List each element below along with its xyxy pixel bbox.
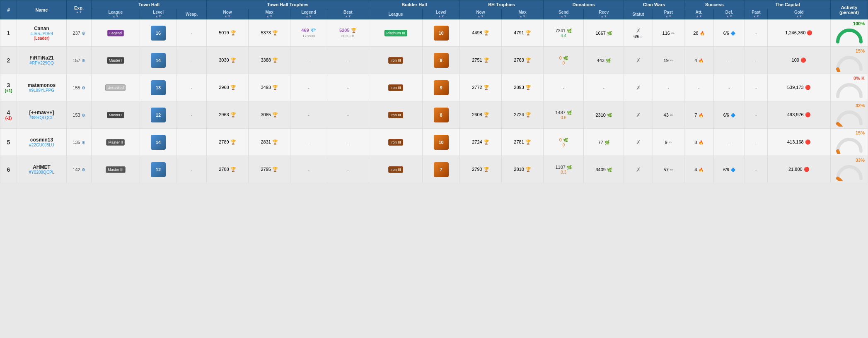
player-tag[interactable]: #RPV229QQ	[18, 61, 65, 65]
bht-max-sort[interactable]: ▲▼	[503, 14, 542, 18]
cw-past-cell: 116 ✏	[653, 19, 684, 47]
bht-max-cell: 2724 🏆	[502, 101, 544, 129]
sub-cw-past[interactable]: Past ▲▼	[653, 9, 684, 19]
cw-status-icon: ✗	[636, 57, 641, 64]
exp-sort[interactable]: ▲▼	[68, 10, 90, 14]
cap-gold-sort[interactable]: ▲▼	[769, 14, 829, 18]
suc-def-sort[interactable]: ▲▼	[715, 14, 744, 18]
don-recv-cell: 2310 🌿	[584, 101, 624, 129]
tr-best-sort[interactable]: ▲▼	[328, 14, 368, 18]
suc-att-cell: 7 🔥	[684, 101, 714, 129]
cw-past-cell: -	[653, 74, 684, 101]
th-level-cell: 16	[140, 19, 177, 47]
sub-bht-max[interactable]: Max ▲▼	[502, 9, 544, 19]
sub-don-send[interactable]: Send ▲▼	[544, 9, 584, 19]
group-townhall: Town Hall	[92, 0, 207, 9]
suc-def-cell: -	[714, 74, 745, 101]
th-level-cell: 13	[140, 74, 177, 101]
don-send-sort[interactable]: ▲▼	[544, 14, 583, 18]
cw-past-sort[interactable]: ▲▼	[654, 14, 683, 18]
tr-max-sort[interactable]: ▲▼	[249, 14, 289, 18]
th-league-sort[interactable]: ▲▼	[92, 14, 139, 18]
th-level-cell: 12	[140, 101, 177, 129]
sub-tr-legend[interactable]: Legend ▲▼	[290, 9, 327, 19]
cap-past-cell: -	[745, 156, 767, 183]
player-tag[interactable]: #Y0209QCPL	[18, 170, 65, 175]
sub-th-level[interactable]: Level ▲▼	[140, 9, 177, 19]
tr-legend-sort[interactable]: ▲▼	[291, 14, 326, 18]
player-tag[interactable]: #9L99YLPPG	[18, 88, 65, 93]
th-level-sort[interactable]: ▲▼	[141, 14, 176, 18]
activity-cell: 0% K	[831, 74, 868, 101]
sub-suc-att[interactable]: Att. ▲▼	[684, 9, 714, 19]
cw-status-cell: ✗ 6/6☆	[624, 19, 653, 47]
bht-now-cell: 4498 🏆	[459, 19, 501, 47]
sub-th-league[interactable]: League ▲▼	[92, 9, 140, 19]
bht-now-sort[interactable]: ▲▼	[461, 14, 500, 18]
exp-cell: 153 ⚙	[67, 101, 92, 129]
col-rank: #	[0, 0, 17, 19]
cap-past-cell: -	[745, 74, 767, 101]
name-cell: Canan #JVRJP0R9 (Leader)	[17, 19, 67, 47]
sub-tr-max[interactable]: Max ▲▼	[249, 9, 290, 19]
sub-tr-best[interactable]: Best ▲▼	[327, 9, 369, 19]
cap-past-cell: -	[745, 47, 767, 74]
table-row: 6 AHMET #Y0209QCPL 142 ⚙ Master III 12 -…	[0, 156, 868, 183]
don-send-cell: -	[544, 74, 584, 101]
rank-cell: 3 (+1)	[0, 74, 17, 101]
bh-league-cell: Iron III	[369, 74, 422, 101]
player-tag[interactable]: #88RQLQCL	[18, 115, 65, 120]
cw-past-cell: 9 ✏	[653, 129, 684, 156]
table-row: 2 FiRTiNa21 #RPV229QQ 157 ⚙ Master I 14 …	[0, 47, 868, 74]
tr-legend-cell: -	[290, 101, 327, 129]
player-tag[interactable]: #JVRJP0R9	[18, 31, 65, 36]
name-cell: FiRTiNa21 #RPV229QQ	[17, 47, 67, 74]
don-recv-cell: 3409 🌿	[584, 156, 624, 183]
cap-past-cell: -	[745, 19, 767, 47]
don-send-cell: 0 🌿0	[544, 47, 584, 74]
sub-bh-level[interactable]: Level ▲▼	[423, 9, 460, 19]
tr-now-cell: 5019 🏆	[206, 19, 248, 47]
don-recv-sort[interactable]: ▲▼	[585, 14, 623, 18]
don-send-cell: 0 🌿0	[544, 129, 584, 156]
th-weap-cell: -	[177, 47, 206, 74]
bht-now-cell: 2724 🏆	[459, 129, 501, 156]
suc-def-cell: -	[714, 129, 745, 156]
tr-max-cell: 3388 🏆	[249, 47, 290, 74]
tr-now-cell: 2963 🏆	[206, 101, 248, 129]
tr-now-cell: 2788 🏆	[206, 156, 248, 183]
tr-now-sort[interactable]: ▲▼	[208, 14, 247, 18]
sub-bht-now[interactable]: Now ▲▼	[459, 9, 501, 19]
tr-best-cell: -	[327, 129, 369, 156]
bh-level-cell: 9	[423, 74, 460, 101]
sub-tr-now[interactable]: Now ▲▼	[206, 9, 248, 19]
cap-past-cell: -	[745, 101, 767, 129]
cap-past-sort[interactable]: ▲▼	[746, 14, 766, 18]
table-row: 5 cosmin13 #22GU0J8LU 135 ⚙ Master II 14…	[0, 129, 868, 156]
suc-att-cell: 4 🔥	[684, 47, 714, 74]
cap-gold-cell: 1,246,360 🔴	[767, 19, 830, 47]
activity-cell: 100%	[831, 19, 868, 47]
cw-status-icon: ✗	[636, 112, 641, 118]
bh-level-cell: 7	[423, 156, 460, 183]
group-clanwars: Clan Wars	[624, 0, 684, 9]
sub-don-recv[interactable]: Recv ▲▼	[584, 9, 624, 19]
bh-level-sort[interactable]: ▲▼	[423, 14, 459, 18]
tr-max-cell: 2831 🏆	[249, 129, 290, 156]
th-level-cell: 14	[140, 129, 177, 156]
bh-level-cell: 9	[423, 47, 460, 74]
sub-suc-def[interactable]: Def. ▲▼	[714, 9, 745, 19]
sub-cap-past[interactable]: Past ▲▼	[745, 9, 767, 19]
player-name: [++mav++]	[18, 110, 65, 115]
suc-att-cell: 4 🔥	[684, 156, 714, 183]
cw-status-cell: ✗	[624, 129, 653, 156]
th-level-cell: 12	[140, 156, 177, 183]
sub-cap-gold[interactable]: Gold ▲▼	[767, 9, 830, 19]
cw-past-cell: 19 ✏	[653, 47, 684, 74]
player-tag[interactable]: #22GU0J8LU	[18, 143, 65, 147]
tr-legend-cell: -	[290, 47, 327, 74]
group-success: Success	[684, 0, 745, 9]
group-builder: Builder Hall	[369, 0, 459, 9]
suc-att-sort[interactable]: ▲▼	[685, 14, 713, 18]
bh-league-cell: Iron III	[369, 129, 422, 156]
